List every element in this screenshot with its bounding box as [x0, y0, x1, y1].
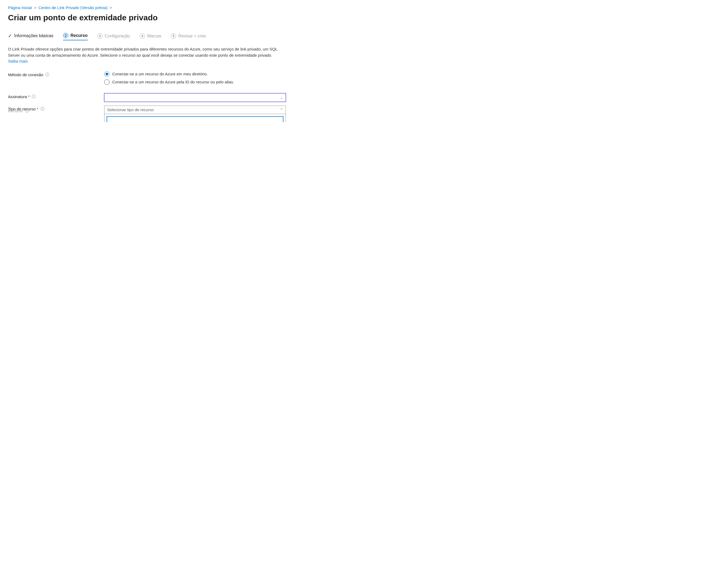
row-resource-type: Tipo de recurso* i Selecionar tipo de re…	[8, 105, 720, 122]
wizard-tabs: ✓ Informações básicas 2 Recurso 3 Config…	[8, 33, 720, 41]
chevron-up-icon: ⌃	[280, 108, 283, 112]
chevron-right-icon: >	[34, 5, 36, 10]
resource-type-search-input[interactable]	[106, 116, 284, 122]
resource-type-placeholder: Selecionar tipo de recurso	[107, 108, 154, 112]
required-asterisk: *	[28, 94, 30, 99]
row-connection-method: Método de conexão i Conectar-se a um rec…	[8, 71, 720, 85]
learn-more-link[interactable]: Saiba mais	[8, 59, 28, 63]
resource-type-select[interactable]: Selecionar tipo de recurso ⌃	[104, 105, 286, 114]
step-number-icon: 3	[97, 33, 102, 39]
connection-method-radio-group: Conectar-se a um recurso do Azure em meu…	[104, 71, 286, 85]
step-number-icon: 2	[63, 33, 68, 38]
breadcrumb-private-link-center[interactable]: Centro de Link Privado (Versão prévia)	[38, 5, 107, 10]
row-subscription: Assinatura* i ⌄	[8, 93, 720, 102]
step-number-icon: 4	[140, 33, 145, 39]
label-resource-type: Tipo de recurso* i	[8, 105, 104, 111]
required-asterisk: *	[37, 106, 38, 111]
breadcrumb: Página Inicial > Centro de Link Privado …	[8, 5, 720, 10]
tab-review-create[interactable]: 5 Revisar + criar	[171, 33, 206, 41]
page-title: Criar um ponto de extremidade privado	[8, 13, 720, 22]
tab-label: Configuração	[105, 34, 130, 39]
step-number-icon: 5	[171, 33, 176, 39]
label-subscription: Assinatura* i	[8, 93, 104, 99]
radio-icon	[104, 71, 109, 77]
chevron-right-icon: >	[109, 5, 112, 10]
radio-label: Conectar-se a um recurso do Azure pela I…	[112, 80, 234, 84]
checkmark-icon: ✓	[8, 33, 12, 39]
info-icon[interactable]: i	[32, 95, 35, 98]
radio-icon	[104, 79, 109, 85]
subscription-select[interactable]: ⌄	[104, 93, 286, 102]
tab-resource[interactable]: 2 Recurso	[63, 33, 88, 41]
breadcrumb-home[interactable]: Página Inicial	[8, 5, 32, 10]
radio-connect-directory[interactable]: Conectar-se a um recurso do Azure em meu…	[104, 71, 286, 77]
info-icon[interactable]: i	[41, 107, 44, 111]
tab-label: Revisar + criar	[178, 34, 206, 39]
tab-tags[interactable]: 4 Marcas	[140, 33, 161, 41]
radio-connect-resource-id[interactable]: Conectar-se a um recurso do Azure pela I…	[104, 79, 286, 85]
tab-label: Marcas	[147, 34, 161, 39]
info-icon[interactable]: i	[46, 73, 49, 76]
resource-type-dropdown: ▲ ····································· …	[104, 114, 286, 122]
chevron-down-icon: ⌄	[280, 96, 283, 99]
tab-basics[interactable]: ✓ Informações básicas	[8, 33, 54, 41]
intro-text: O Link Privado oferece opções para criar…	[8, 46, 280, 64]
tab-label: Recurso	[71, 33, 88, 38]
radio-label: Conectar-se a um recurso do Azure em meu…	[112, 72, 208, 76]
tab-label: Informações básicas	[14, 33, 54, 38]
tab-configuration[interactable]: 3 Configuração	[97, 33, 130, 41]
label-connection-method: Método de conexão i	[8, 71, 104, 77]
